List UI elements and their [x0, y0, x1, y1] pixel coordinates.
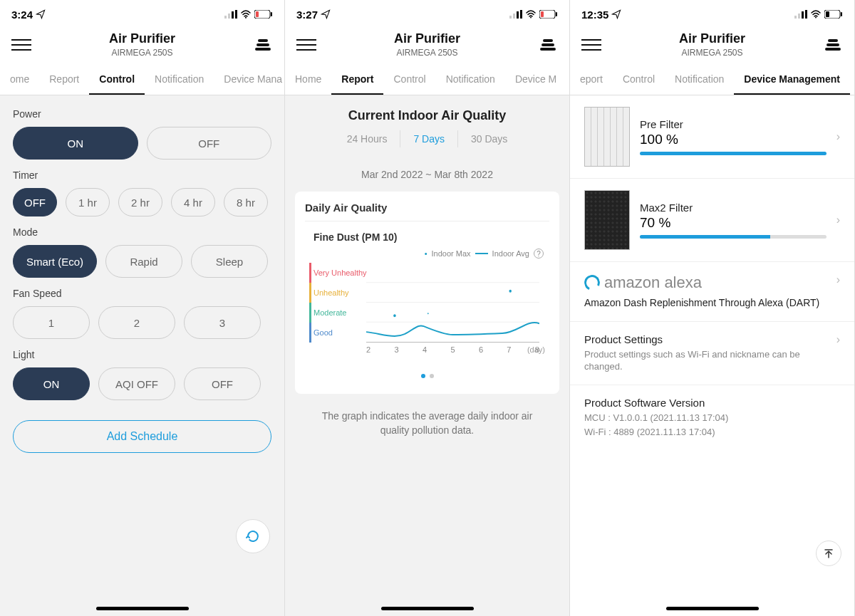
tab-notification[interactable]: Notification [665, 65, 734, 95]
tab-home[interactable]: ome [0, 65, 39, 95]
x-tick: 2 [366, 345, 370, 354]
tab-control[interactable]: Control [383, 65, 435, 95]
statusbar-left: 3:24 [11, 9, 46, 21]
light-on-button[interactable]: ON [13, 367, 90, 400]
timer-8hr-button[interactable]: 8 hr [224, 188, 268, 216]
period-30d[interactable]: 30 Days [458, 130, 520, 147]
light-off-button[interactable]: OFF [184, 367, 261, 400]
svg-rect-6 [271, 12, 272, 16]
svg-rect-9 [513, 14, 515, 19]
home-indicator [96, 607, 189, 610]
filter-percent: 70 % [640, 215, 826, 231]
legend-help-icon[interactable]: ? [534, 249, 544, 259]
menu-icon[interactable] [11, 35, 31, 55]
refresh-button[interactable] [236, 519, 270, 553]
tab-notification[interactable]: Notification [145, 65, 214, 95]
alexa-ring-icon [582, 273, 602, 293]
device-management-panel: Pre Filter 100 % › Max2 Filter 70 % › am… [570, 95, 854, 449]
phone-control: 3:24 Air Purifier AIRMEGA 250S ome Repor… [0, 0, 285, 616]
home-indicator [381, 607, 474, 610]
max2-filter-row[interactable]: Max2 Filter 70 % › [570, 179, 854, 262]
chevron-right-icon: › [836, 333, 840, 346]
report-title: Current Indoor Air Quality [285, 108, 569, 123]
x-tick: 3 [394, 345, 398, 354]
power-label: Power [13, 108, 271, 120]
x-tick: 4 [423, 345, 427, 354]
x-axis-labels: 2 3 4 5 6 7 8 [366, 345, 539, 354]
page-dots[interactable] [305, 368, 549, 381]
pre-filter-row[interactable]: Pre Filter 100 % › [570, 95, 854, 179]
tab-device-management[interactable]: Device Mana [214, 65, 284, 95]
clock: 3:27 [296, 9, 318, 21]
alexa-row[interactable]: amazon alexa Amazon Dash Replenishment T… [570, 262, 854, 322]
period-24h[interactable]: 24 Hours [334, 130, 401, 147]
period-selector: 24 Hours 7 Days 30 Days [285, 130, 569, 162]
power-off-button[interactable]: OFF [147, 127, 272, 160]
tab-bar: ome Report Control Notification Device M… [0, 65, 284, 95]
menu-icon[interactable] [296, 35, 316, 55]
card-title: Daily Air Quality [305, 202, 549, 221]
scroll-top-button[interactable] [816, 541, 841, 566]
timer-4hr-button[interactable]: 4 hr [171, 188, 215, 216]
fan-2-button[interactable]: 2 [98, 306, 175, 339]
timer-2hr-button[interactable]: 2 hr [118, 188, 162, 216]
tab-report[interactable]: Report [331, 65, 383, 95]
chart-note: The graph indicates the average daily in… [306, 409, 548, 437]
pre-filter-image [584, 107, 630, 167]
svg-point-4 [245, 17, 247, 19]
arrow-up-icon [823, 548, 834, 559]
phone-report: 3:27 Air Purifier AIRMEGA 250S Home Repo… [285, 0, 570, 616]
legend-max-label: Indoor Max [432, 249, 471, 258]
legend-max-dot: • [425, 249, 428, 258]
fan-3-button[interactable]: 3 [184, 306, 261, 339]
mode-sleep-button[interactable]: Sleep [191, 245, 268, 278]
tab-report[interactable]: eport [570, 65, 613, 95]
row-title: Product Software Version [584, 397, 840, 409]
devices-icon[interactable] [823, 35, 843, 55]
menu-icon[interactable] [581, 35, 601, 55]
tab-device-management[interactable]: Device Management [734, 65, 850, 95]
legend-avg-label: Indoor Avg [492, 249, 529, 258]
product-settings-row[interactable]: Product Settings Product settings such a… [570, 322, 854, 385]
timer-off-button[interactable]: OFF [13, 188, 57, 216]
chart-legend: • Indoor Max Indoor Avg ? [305, 249, 544, 259]
power-on-button[interactable]: ON [13, 127, 138, 160]
tab-report[interactable]: Report [39, 65, 89, 95]
devices-icon[interactable] [253, 35, 273, 55]
x-tick: 5 [450, 345, 455, 354]
tab-control[interactable]: Control [613, 65, 665, 95]
location-icon [321, 9, 331, 19]
status-bar: 3:27 [285, 0, 569, 28]
svg-rect-0 [224, 16, 227, 19]
header-title: Air Purifier AIRMEGA 250S [31, 31, 253, 58]
filter-name: Max2 Filter [640, 202, 826, 214]
period-7d[interactable]: 7 Days [400, 130, 458, 147]
filter-percent: 100 % [640, 132, 826, 147]
ylabel-very-unhealthy: Very Unhealthy [314, 263, 367, 283]
svg-point-21 [428, 313, 429, 314]
report-panel: Current Indoor Air Quality 24 Hours 7 Da… [285, 95, 569, 437]
svg-point-20 [509, 290, 511, 293]
metric-name: Fine Dust (PM 10) [314, 231, 549, 243]
tab-home[interactable]: Home [285, 65, 331, 95]
chart-plot-area [366, 263, 539, 343]
devices-icon[interactable] [538, 35, 558, 55]
tab-device-management[interactable]: Device M [505, 65, 566, 95]
mode-rapid-button[interactable]: Rapid [105, 245, 182, 278]
svg-rect-2 [232, 11, 234, 19]
add-schedule-button[interactable]: Add Schedule [13, 420, 271, 453]
tab-notification[interactable]: Notification [436, 65, 505, 95]
mode-smart-eco-button[interactable]: Smart (Eco) [13, 245, 97, 278]
battery-icon [539, 10, 558, 19]
timer-1hr-button[interactable]: 1 hr [66, 188, 110, 216]
home-indicator [666, 607, 759, 610]
fan-1-button[interactable]: 1 [13, 306, 90, 339]
app-header: Air Purifier AIRMEGA 250S [570, 28, 854, 65]
light-aqi-off-button[interactable]: AQI OFF [98, 367, 175, 400]
phone-device-management: 12:35 Air Purifier AIRMEGA 250S eport Co… [570, 0, 855, 616]
fan-speed-label: Fan Speed [13, 288, 271, 299]
svg-point-26 [815, 17, 817, 19]
svg-rect-22 [794, 16, 797, 19]
tab-control[interactable]: Control [89, 65, 145, 95]
wifi-version: Wi-Fi : 4889 (2021.11.13 17:04) [584, 426, 840, 439]
